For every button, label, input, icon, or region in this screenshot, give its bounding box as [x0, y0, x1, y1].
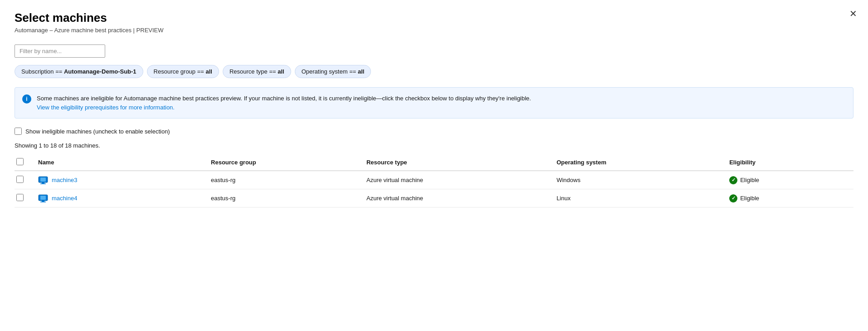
- column-header-resource-type: Resource type: [361, 154, 551, 171]
- ineligible-checkbox-row: Show ineligible machines (uncheck to ena…: [15, 128, 853, 135]
- eligibility-label: Eligible: [740, 195, 759, 202]
- column-header-operating-system: Operating system: [551, 154, 724, 171]
- vm-icon: [38, 194, 48, 203]
- row-checkbox-1[interactable]: [16, 194, 24, 201]
- ineligible-checkbox[interactable]: [15, 128, 22, 135]
- info-icon: i: [22, 94, 31, 104]
- operating-system-filter[interactable]: Operating system == all: [295, 65, 371, 78]
- column-header-resource-group: Resource group: [205, 154, 361, 171]
- row-resource-group-cell-0: eastus-rg: [205, 171, 361, 189]
- table-row: machine3 eastus-rgAzure virtual machineW…: [15, 171, 853, 189]
- filter-by-name-input[interactable]: [15, 44, 105, 58]
- resource-type-filter[interactable]: Resource type == all: [223, 65, 291, 78]
- info-banner: i Some machines are ineligible for Autom…: [15, 87, 853, 119]
- row-select-cell-1[interactable]: [15, 189, 33, 207]
- svg-rect-3: [40, 183, 46, 184]
- row-resource-group-cell-1: eastus-rg: [205, 189, 361, 207]
- ineligible-checkbox-label[interactable]: Show ineligible machines (uncheck to ena…: [25, 128, 170, 135]
- machine-name[interactable]: machine4: [52, 195, 77, 202]
- row-select-cell-0[interactable]: [15, 171, 33, 189]
- close-button[interactable]: ✕: [849, 9, 857, 18]
- svg-rect-7: [40, 202, 46, 203]
- vm-icon: [38, 176, 48, 184]
- svg-rect-1: [40, 178, 46, 182]
- row-resource-type-cell-1: Azure virtual machine: [361, 189, 551, 207]
- table-header-row: Name Resource group Resource type Operat…: [15, 154, 853, 171]
- eligibility-prerequisites-link[interactable]: View the eligibility prerequisites for m…: [37, 104, 175, 111]
- eligibility-label: Eligible: [740, 177, 759, 183]
- column-header-eligibility: Eligibility: [724, 154, 853, 171]
- svg-rect-2: [42, 183, 44, 183]
- row-eligibility-cell-1: ✓ Eligible: [724, 189, 853, 207]
- row-os-cell-1: Linux: [551, 189, 724, 207]
- column-header-name: Name: [33, 154, 205, 171]
- svg-rect-5: [40, 196, 46, 200]
- eligible-icon: ✓: [729, 194, 737, 203]
- subscription-filter[interactable]: Subscription == Automanage-Demo-Sub-1: [15, 65, 143, 78]
- row-eligibility-cell-0: ✓ Eligible: [724, 171, 853, 189]
- row-name-cell-1: machine4: [33, 189, 205, 207]
- select-all-checkbox[interactable]: [16, 158, 24, 165]
- resource-group-filter[interactable]: Resource group == all: [147, 65, 219, 78]
- machines-table: Name Resource group Resource type Operat…: [15, 154, 853, 207]
- row-resource-type-cell-0: Azure virtual machine: [361, 171, 551, 189]
- eligible-icon: ✓: [729, 176, 737, 184]
- row-os-cell-0: Windows: [551, 171, 724, 189]
- select-all-header[interactable]: [15, 154, 33, 171]
- row-checkbox-0[interactable]: [16, 176, 24, 183]
- table-row: machine4 eastus-rgAzure virtual machineL…: [15, 189, 853, 207]
- row-name-cell-0: machine3: [33, 171, 205, 189]
- svg-rect-6: [42, 201, 44, 202]
- page-title: Select machines: [15, 11, 853, 25]
- page-subtitle: Automanage – Azure machine best practice…: [15, 27, 853, 34]
- info-banner-text: Some machines are ineligible for Automan…: [37, 94, 531, 112]
- machine-name[interactable]: machine3: [52, 177, 77, 183]
- showing-count: Showing 1 to 18 of 18 machines.: [15, 142, 853, 149]
- filters-row: Subscription == Automanage-Demo-Sub-1 Re…: [15, 65, 853, 78]
